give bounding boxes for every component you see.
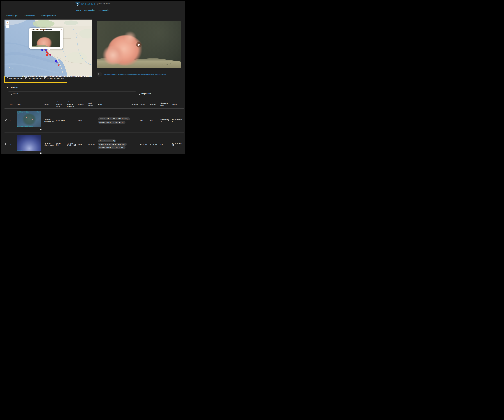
- leaflet-map[interactable]: + − Gersemia juliepackardae × Leaflet | …: [5, 19, 92, 77]
- observation-thumbnail[interactable]: No match for CTD data: [17, 135, 41, 151]
- detail-pill: observation notes | self |: [98, 140, 116, 142]
- row-index: 0: [9, 119, 16, 122]
- map-zoom-control: + −: [6, 21, 10, 28]
- close-icon[interactable]: ×: [61, 28, 62, 30]
- detail-pill: bounding box | self | {"x": 206, "y": 36…: [98, 146, 126, 149]
- col-header-observer: observer: [77, 102, 87, 106]
- hide-map-video-checkbox[interactable]: [7, 77, 8, 79]
- nav-documentation[interactable]: Documentation: [98, 9, 109, 11]
- view-links-separator: |: [38, 15, 38, 17]
- external-link-icon: [98, 73, 101, 75]
- table-header-row: row image concept video sequence name in…: [5, 100, 184, 109]
- thumbnail-overlay-text: Copyright 2001 Monterey Bay Aquarium Res…: [17, 112, 29, 114]
- observer-cell: lonny: [77, 143, 87, 146]
- depth-cell: [87, 120, 97, 121]
- image-cell: No match for CTD data: [16, 134, 43, 154]
- view-image-grid-link[interactable]: View image grid: [6, 15, 18, 17]
- concept-cell: Gersemia juliepackardae: [43, 142, 55, 147]
- col-header-longitude: longitude: [149, 102, 160, 106]
- col-header-image: image: [16, 102, 43, 106]
- row-index: 1: [9, 143, 16, 146]
- col-header-latitude: latitude: [139, 102, 149, 106]
- timestamp-cell: 1991-10-28T18:34:12Z: [66, 142, 77, 147]
- play-icon: [138, 44, 140, 46]
- col-header-video-uri: video uri: [171, 102, 184, 106]
- video-sequence-cell: Ventana 0323: [55, 142, 66, 147]
- mbari-wordmark: MBARI: [81, 2, 96, 6]
- col-header-image-url: image url: [131, 102, 139, 106]
- video-sequence-cell: Tiburon 0376: [55, 119, 66, 122]
- leaflet-link[interactable]: Leaflet: [23, 76, 28, 77]
- map-popup: Gersemia juliepackardae ×: [29, 28, 63, 49]
- results-count: 1014 Results: [6, 87, 18, 89]
- table-row: 1 No match for CTD data Gersemia juliepa…: [5, 133, 184, 154]
- images-only-checkbox[interactable]: [139, 93, 140, 95]
- compact-map-video-checkbox[interactable]: [44, 77, 46, 79]
- sea-star: [28, 144, 28, 144]
- longitude-cell: -122.01121: [149, 143, 160, 146]
- image-url-cell: [131, 120, 139, 121]
- details-cell: comment | self | NEEDS REVIEW - This may…: [97, 117, 131, 124]
- table-row: 0 Copyright 2001 Monterey Bay Aquarium R…: [5, 109, 184, 133]
- timestamp-cell: [66, 120, 77, 121]
- view-big-data-table-link[interactable]: View "big data" table: [41, 15, 56, 17]
- popup-image-overlay-text: [32, 32, 39, 32]
- col-header-concept: concept: [43, 102, 55, 106]
- map-attribution: Leaflet | Tiles © Esri — Sources: GEBCO,…: [22, 76, 92, 77]
- search-input[interactable]: [13, 93, 134, 95]
- thumbnail-overlay-text: Dive# 377 Tape# T0375-02 Lat= 36.943624 …: [36, 112, 41, 114]
- thumbnail-overlay-text: [17, 136, 24, 136]
- map-marker-red[interactable]: [58, 64, 60, 66]
- thumbnail-overlay-text: Depth= 949.50 m Temp= 3.989 C Sal= 34.43…: [17, 126, 33, 127]
- nav-configuration[interactable]: Configuration: [84, 9, 95, 11]
- mbari-triangle-icon: [75, 2, 80, 6]
- play-button[interactable]: [136, 42, 142, 47]
- map-marker-blue[interactable]: [50, 55, 51, 56]
- image-url-cell: [131, 143, 139, 145]
- images-only-option[interactable]: Images only: [139, 92, 151, 96]
- popup-coral-image[interactable]: [32, 31, 60, 47]
- float-map-video-checkbox[interactable]: [25, 77, 27, 79]
- observation-group-cell: ROV:training-set: [160, 118, 171, 123]
- row-select-checkbox[interactable]: [6, 143, 7, 145]
- col-header-video-sequence-name: video sequence name: [55, 100, 66, 108]
- attribution-text: | Tiles © Esri — Sources: GEBCO, NOAA, C…: [28, 76, 92, 77]
- longitude-cell: NaN: [149, 119, 160, 122]
- video-url-link[interactable]: https://m3.shore.mbari.org/videos/M3/mez…: [104, 74, 166, 75]
- video-uri-cell: urn:tid:mbari.o 03: [171, 142, 184, 147]
- observation-group-cell: ROV: [160, 143, 171, 146]
- details-cell: observation notes | self | suspect-navig…: [97, 139, 131, 150]
- coral-blob: [102, 46, 124, 65]
- app-page: MBARI Monterey Bay Aquarium Research Ins…: [1, 1, 185, 154]
- float-map-video-option[interactable]: Float map and video: [25, 77, 42, 79]
- row-select-checkbox[interactable]: [6, 119, 7, 121]
- detail-pill: bounding box | self | {"x": 380, "y": 41…: [98, 121, 126, 124]
- col-header-observation-group: observation group: [160, 101, 171, 107]
- view-links-bar: View image grid | View summary | View "b…: [6, 15, 56, 17]
- nav-query[interactable]: Query: [76, 9, 81, 11]
- compact-map-video-option[interactable]: Compact map and video: [44, 77, 64, 79]
- zoom-in-button[interactable]: +: [6, 21, 9, 24]
- search-bar: [8, 92, 136, 96]
- latitude-cell: NaN: [139, 119, 149, 122]
- mbari-tagline: Monterey Bay Aquarium Research Institute: [97, 2, 110, 6]
- col-header-row: row: [9, 102, 16, 106]
- view-summary-link[interactable]: View summary: [24, 15, 35, 17]
- hide-map-video-option[interactable]: Hide map and video: [7, 77, 24, 79]
- zoom-out-button[interactable]: −: [6, 24, 9, 28]
- observation-thumbnail[interactable]: Copyright 2001 Monterey Bay Aquarium Res…: [17, 111, 41, 127]
- video-player[interactable]: [97, 21, 181, 68]
- concept-cell: Gersemia juliepackardae: [43, 118, 55, 123]
- map-marker-blue[interactable]: [41, 49, 43, 51]
- search-icon: [10, 93, 12, 95]
- coral-blob: [123, 31, 137, 43]
- map-marker-red[interactable]: [46, 54, 48, 56]
- rock-mound: [23, 114, 36, 125]
- detail-pill: suspect-navigation-ctd-other-data | self…: [98, 143, 127, 146]
- col-header-details: details: [97, 102, 131, 106]
- video-uri-cell: urn:tid:mbari.o 05: [171, 118, 184, 123]
- map-marker-blue[interactable]: [56, 62, 58, 63]
- popup-image-overlay-text: [32, 32, 45, 32]
- open-external-button[interactable]: [97, 71, 102, 77]
- video-camera-icon: [40, 129, 42, 130]
